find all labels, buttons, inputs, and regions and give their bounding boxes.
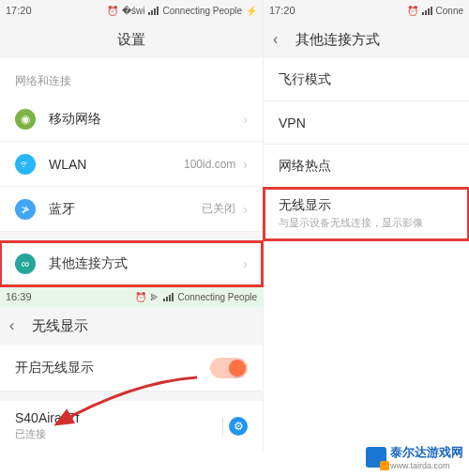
watermark-url: www.tairda.com	[390, 461, 463, 470]
status-time: 17:20	[269, 5, 295, 16]
titlebar-settings: 设置	[0, 21, 263, 58]
carrier-text: Connecting People	[162, 6, 242, 16]
row-hotspot[interactable]: 网络热点	[264, 145, 469, 188]
signal-icon	[163, 292, 174, 301]
row-device[interactable]: S40Airac7f 已连接 ⚙	[0, 401, 263, 451]
back-icon[interactable]: ‹	[273, 31, 278, 48]
row-sublabel: 与显示设备无线连接，显示影像	[279, 216, 423, 230]
row-value: 100id.com	[184, 158, 235, 171]
toggle-label: 开启无线显示	[15, 360, 210, 376]
carrier-text: Conne	[436, 6, 463, 16]
row-bluetooth[interactable]: ≯ 蓝牙 已关闭 ›	[0, 187, 263, 232]
battery-icon: ⚡	[246, 6, 257, 16]
row-vpn[interactable]: VPN	[264, 101, 469, 145]
row-label: 蓝牙	[49, 201, 202, 218]
watermark-name: 泰尔达游戏网	[390, 445, 463, 459]
gear-icon[interactable]: ⚙	[229, 417, 248, 436]
wifi-icon: ⫸	[150, 292, 159, 302]
chevron-right-icon: ›	[243, 202, 248, 217]
divider	[222, 417, 223, 436]
device-name: S40Airac7f	[15, 410, 222, 425]
status-icons: ⏰ Conne	[407, 6, 463, 16]
row-mobile-network[interactable]: ◉ 移动网络 ›	[0, 97, 263, 142]
watermark-logo-icon	[366, 447, 386, 468]
row-other-connections[interactable]: ∞ 其他连接方式 ›	[0, 241, 263, 286]
row-airplane-mode[interactable]: 飞行模式	[264, 58, 469, 101]
carrier-text: Connecting People	[177, 292, 257, 302]
status-time: 16:39	[6, 291, 32, 302]
wlan-icon: ᯤ	[15, 154, 36, 175]
alarm-icon: ⏰	[135, 292, 146, 302]
status-bar-3: 16:39 ⏰ ⫸ Connecting People	[0, 286, 263, 307]
status-icons: ⏰ ⫸ Connecting People	[135, 292, 257, 302]
status-time: 17:20	[6, 5, 32, 16]
toggle-switch[interactable]	[210, 358, 248, 378]
row-enable-wireless-display[interactable]: 开启无线显示	[0, 345, 263, 392]
row-value: 已关闭	[202, 201, 235, 217]
row-label: 无线显示	[279, 197, 331, 214]
chevron-right-icon: ›	[243, 112, 248, 127]
row-label: WLAN	[49, 157, 184, 172]
row-label: 其他连接方式	[49, 255, 243, 272]
chevron-right-icon: ›	[243, 256, 248, 271]
titlebar-wireless-display: ‹ 无线显示	[0, 307, 263, 345]
back-icon[interactable]: ‹	[9, 317, 14, 334]
status-bar-2: 17:20 ⏰ Conne	[264, 0, 469, 21]
titlebar-other-connections: ‹ 其他连接方式	[264, 21, 469, 58]
device-status: 已连接	[15, 427, 222, 441]
chevron-right-icon: ›	[243, 157, 248, 172]
signal-icon	[148, 6, 159, 15]
row-label: 移动网络	[49, 111, 243, 128]
row-label: 网络热点	[279, 158, 331, 175]
alarm-icon: ⏰	[107, 6, 118, 16]
row-wireless-display[interactable]: 无线显示 与显示设备无线连接，显示影像	[264, 188, 469, 240]
mobile-network-icon: ◉	[15, 109, 36, 130]
alarm-icon: ⏰	[407, 6, 418, 16]
watermark: 泰尔达游戏网 www.tairda.com	[366, 444, 463, 470]
row-wlan[interactable]: ᯤ WLAN 100id.com ›	[0, 142, 263, 187]
other-connections-icon: ∞	[15, 253, 36, 274]
page-title: 其他连接方式	[295, 31, 380, 49]
wifi-icon: �świ	[122, 6, 144, 16]
group-label-network: 网络和连接	[0, 58, 263, 97]
bluetooth-icon: ≯	[15, 199, 36, 220]
status-bar-1: 17:20 ⏰ �świ Connecting People ⚡	[0, 0, 263, 21]
signal-icon	[422, 6, 432, 15]
page-title: 无线显示	[32, 317, 88, 335]
status-icons: ⏰ �świ Connecting People ⚡	[107, 6, 257, 16]
page-title: 设置	[117, 31, 145, 49]
row-label: 飞行模式	[279, 71, 331, 88]
row-label: VPN	[279, 115, 306, 131]
